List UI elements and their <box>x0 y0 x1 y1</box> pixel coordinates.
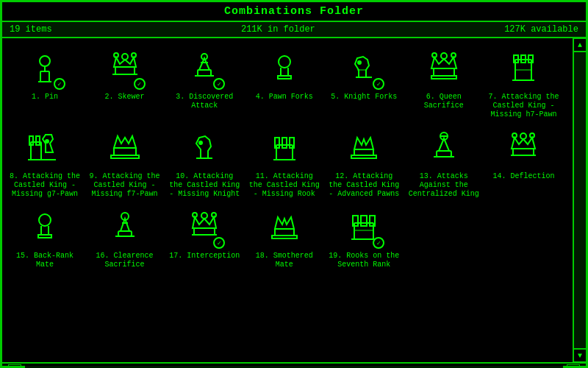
item-cell-13[interactable]: 13. Attacks Against the Centralized King <box>407 124 481 202</box>
item-icon-13 <box>422 127 466 171</box>
item-icon-19: ✓ <box>342 206 386 250</box>
svg-rect-33 <box>36 136 40 145</box>
status-bar: 19 items 211K in folder 127K available <box>2 22 586 38</box>
item-cell-16[interactable]: 16. Clearence Sacrifice <box>88 203 162 272</box>
item-icon-10 <box>182 127 226 171</box>
item-label-12: 12. Attacking the Castled King - Advance… <box>329 172 399 199</box>
item-icon-4 <box>262 47 306 91</box>
svg-point-0 <box>40 56 50 66</box>
item-label-19: 19. Rooks on the Seventh Rank <box>329 252 399 269</box>
window: Combinations Folder 19 items 211K in fol… <box>0 0 588 368</box>
svg-point-17 <box>358 61 361 64</box>
svg-rect-7 <box>115 67 135 74</box>
svg-rect-49 <box>351 155 376 158</box>
svg-rect-37 <box>114 148 136 155</box>
item-cell-19[interactable]: ✓19. Rooks on the Seventh Rank <box>327 203 401 272</box>
folder-size: 211K in folder <box>241 24 315 35</box>
item-cell-6[interactable]: 6. Queen Sacrifice <box>407 44 481 122</box>
available-space: 127K available <box>504 24 578 35</box>
item-icon-8 <box>23 127 67 171</box>
svg-rect-15 <box>278 76 291 79</box>
item-cell-12[interactable]: 12. Attacking the Castled King - Advance… <box>327 124 401 202</box>
svg-rect-1 <box>40 71 49 82</box>
title-bar: Combinations Folder <box>2 2 586 22</box>
svg-rect-47 <box>354 149 373 155</box>
item-icon-17: ✓ <box>182 206 226 250</box>
item-cell-7[interactable]: 7. Attacking the Castled King - Missing … <box>487 44 560 122</box>
items-area: ✓1. Pin ✓2. Skewer ✓3. Discovered Attack… <box>2 38 573 362</box>
item-icon-16 <box>103 206 147 250</box>
svg-rect-24 <box>431 76 456 79</box>
svg-rect-75 <box>361 216 367 226</box>
item-icon-3: ✓ <box>182 47 226 91</box>
item-icon-18 <box>262 206 306 250</box>
checkmark-2: ✓ <box>134 78 146 90</box>
item-label-7: 7. Attacking the Castled King - Missing … <box>488 93 559 119</box>
scroll-right-button[interactable]: ► <box>567 364 580 368</box>
item-icon-2: ✓ <box>103 47 147 91</box>
svg-rect-68 <box>194 228 215 235</box>
item-icon-7 <box>501 47 545 91</box>
item-cell-4[interactable]: 4. Pawn Forks <box>248 44 321 122</box>
item-label-18: 18. Smothered Mate <box>249 252 320 269</box>
item-icon-5: ✓ <box>342 47 386 91</box>
item-label-11: 11. Attacking the Castled King - Missing… <box>249 172 320 199</box>
scroll-up-button[interactable]: ▲ <box>573 38 587 52</box>
item-label-3: 3. Discovered Attack <box>169 93 240 110</box>
item-cell-9[interactable]: 9. Attacking the Castled King - Missing … <box>88 124 162 202</box>
item-cell-17[interactable]: ✓17. Interception <box>168 203 241 272</box>
scroll-down-button[interactable]: ▼ <box>573 349 587 362</box>
item-icon-12 <box>342 127 386 171</box>
item-cell-14[interactable]: 14. Deflection <box>487 124 560 202</box>
item-icon-11 <box>262 127 306 171</box>
svg-point-41 <box>199 141 202 144</box>
svg-rect-72 <box>272 236 297 238</box>
item-label-9: 9. Attacking the Castled King - Missing … <box>90 172 160 199</box>
item-icon-14 <box>501 127 545 171</box>
item-cell-1[interactable]: ✓1. Pin <box>8 44 82 122</box>
item-label-6: 6. Queen Sacrifice <box>409 93 479 110</box>
item-cell-15[interactable]: 15. Back-Rank Mate <box>8 203 82 272</box>
svg-rect-10 <box>198 70 211 76</box>
svg-rect-22 <box>434 68 454 76</box>
svg-rect-70 <box>275 229 294 236</box>
item-label-1: 1. Pin <box>32 93 58 102</box>
item-cell-10[interactable]: 10. Attacking the Castled King - Missing… <box>168 124 241 202</box>
svg-point-13 <box>279 56 290 68</box>
svg-rect-39 <box>111 155 139 158</box>
item-cell-8[interactable]: 8. Attacking the Castled King - Missing … <box>8 124 82 202</box>
bottom-bar: ◄ ► <box>2 362 586 368</box>
item-icon-15 <box>23 206 67 250</box>
item-cell-18[interactable]: 18. Smothered Mate <box>248 203 321 272</box>
svg-rect-60 <box>38 235 51 238</box>
item-label-15: 15. Back-Rank Mate <box>10 252 80 269</box>
item-label-17: 17. Interception <box>169 252 240 261</box>
scrollbar-right: ▲ ▼ <box>573 38 586 362</box>
svg-point-59 <box>39 214 51 226</box>
item-icon-6 <box>422 47 466 91</box>
item-cell-5[interactable]: ✓5. Knight Forks <box>327 44 401 122</box>
item-cell-3[interactable]: ✓3. Discovered Attack <box>168 44 241 122</box>
svg-rect-57 <box>513 149 534 155</box>
item-icon-1: ✓ <box>23 47 67 91</box>
svg-rect-51 <box>437 151 451 157</box>
item-label-13: 13. Attacks Against the Centralized King <box>409 172 479 199</box>
svg-point-36 <box>46 140 49 143</box>
item-label-16: 16. Clearence Sacrifice <box>90 252 160 269</box>
scroll-left-button[interactable]: ◄ <box>8 364 21 368</box>
item-label-5: 5. Knight Forks <box>331 93 397 102</box>
svg-rect-62 <box>118 231 132 236</box>
item-label-4: 4. Pawn Forks <box>256 93 313 102</box>
item-cell-11[interactable]: 11. Attacking the Castled King - Missing… <box>248 124 321 202</box>
window-title: Combinations Folder <box>224 5 364 18</box>
main-content: ✓1. Pin ✓2. Skewer ✓3. Discovered Attack… <box>2 38 586 362</box>
items-grid: ✓1. Pin ✓2. Skewer ✓3. Discovered Attack… <box>5 44 570 272</box>
svg-rect-44 <box>282 138 287 148</box>
checkmark-1: ✓ <box>54 78 65 90</box>
item-label-8: 8. Attacking the Castled King - Missing … <box>10 172 80 199</box>
item-label-10: 10. Attacking the Castled King - Missing… <box>169 172 240 199</box>
item-label-2: 2. Skewer <box>105 93 145 102</box>
scroll-track-vertical[interactable] <box>574 52 586 349</box>
items-count: 19 items <box>10 24 52 35</box>
item-cell-2[interactable]: ✓2. Skewer <box>88 44 162 122</box>
